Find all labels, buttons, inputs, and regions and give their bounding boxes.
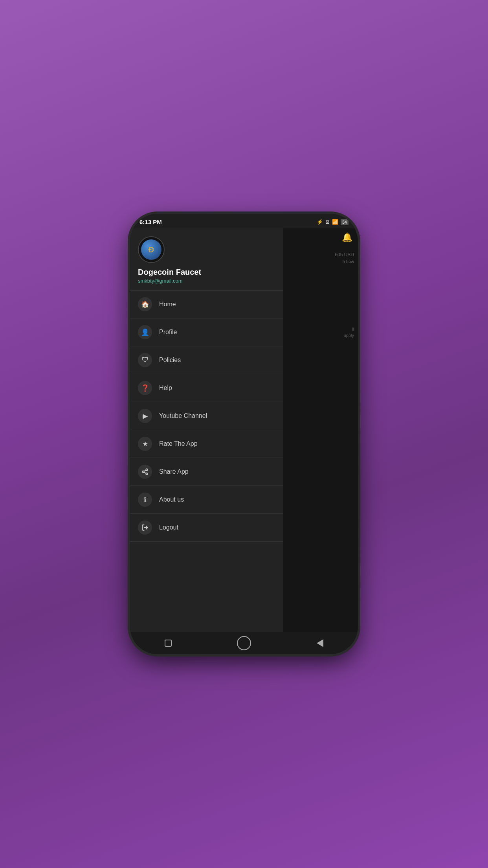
menu-item-policies[interactable]: 🛡 Policies [130, 346, 283, 374]
profile-label: Profile [159, 329, 177, 336]
info-icon: ℹ [138, 493, 152, 507]
svg-line-4 [144, 470, 146, 471]
supply-partial-2: upply [287, 333, 354, 338]
status-bar: 6:13 PM ⚡ ⊠ 📶 34 [130, 214, 358, 228]
menu-item-share[interactable]: Share App [130, 458, 283, 486]
help-icon: ❓ [138, 381, 152, 395]
balance-partial-1: 605 USD [287, 252, 354, 257]
balance-partial-2: h Low [287, 259, 354, 264]
menu-item-profile[interactable]: 👤 Profile [130, 318, 283, 346]
battery-x-icon: ⊠ [325, 219, 330, 225]
youtube-icon: ▶ [138, 409, 152, 423]
status-time: 6:13 PM [139, 219, 162, 225]
profile-icon: 👤 [138, 325, 152, 339]
supply-partial-1: ll [287, 327, 354, 331]
menu-item-home[interactable]: 🏠 Home [130, 291, 283, 318]
logout-label: Logout [159, 524, 178, 531]
shield-icon: 🛡 [138, 353, 152, 367]
menu-item-rate[interactable]: ★ Rate The App [130, 430, 283, 458]
svg-line-3 [144, 472, 146, 473]
phone-screen: 6:13 PM ⚡ ⊠ 📶 34 Dogecoin Faucet smkbty@… [130, 214, 358, 654]
policies-label: Policies [159, 357, 181, 364]
battery-level: 34 [341, 219, 349, 225]
nav-back-button[interactable] [312, 635, 328, 651]
star-icon: ★ [138, 437, 152, 451]
menu-item-logout[interactable]: Logout [130, 514, 283, 542]
about-label: About us [159, 496, 184, 503]
nav-recents-button[interactable] [160, 635, 176, 651]
home-icon: 🏠 [138, 297, 152, 311]
bluetooth-icon: ⚡ [317, 219, 323, 225]
youtube-label: Youtube Channel [159, 412, 207, 419]
app-name: Dogecoin Faucet [138, 268, 275, 277]
home-circle-icon [237, 636, 251, 650]
bottom-nav-bar [130, 632, 358, 654]
share-label: Share App [159, 468, 189, 475]
status-icons: ⚡ ⊠ 📶 34 [317, 219, 349, 225]
menu-item-help[interactable]: ❓ Help [130, 374, 283, 402]
back-icon [317, 639, 323, 647]
avatar [138, 236, 165, 263]
home-label: Home [159, 301, 176, 308]
wifi-icon: 📶 [332, 219, 338, 225]
avatar-coin-image [141, 239, 161, 260]
user-email: smkbty@gmail.com [138, 278, 275, 284]
rate-label: Rate The App [159, 440, 198, 447]
drawer-header: Dogecoin Faucet smkbty@gmail.com [130, 228, 283, 290]
logout-icon [138, 520, 152, 535]
menu-list: 🏠 Home 👤 Profile 🛡 Policies ❓ Help [130, 291, 283, 632]
recents-icon [165, 640, 172, 647]
share-icon [138, 465, 152, 479]
help-label: Help [159, 384, 172, 392]
navigation-drawer: Dogecoin Faucet smkbty@gmail.com 🏠 Home … [130, 228, 283, 632]
nav-home-button[interactable] [236, 635, 252, 651]
notification-bell-icon[interactable]: 🔔 [342, 232, 352, 243]
menu-item-about[interactable]: ℹ About us [130, 486, 283, 514]
background-content: 🔔 605 USD h Low ll upply [283, 228, 358, 632]
phone-device: 6:13 PM ⚡ ⊠ 📶 34 Dogecoin Faucet smkbty@… [130, 214, 358, 654]
menu-item-youtube[interactable]: ▶ Youtube Channel [130, 402, 283, 430]
main-content: Dogecoin Faucet smkbty@gmail.com 🏠 Home … [130, 228, 358, 632]
